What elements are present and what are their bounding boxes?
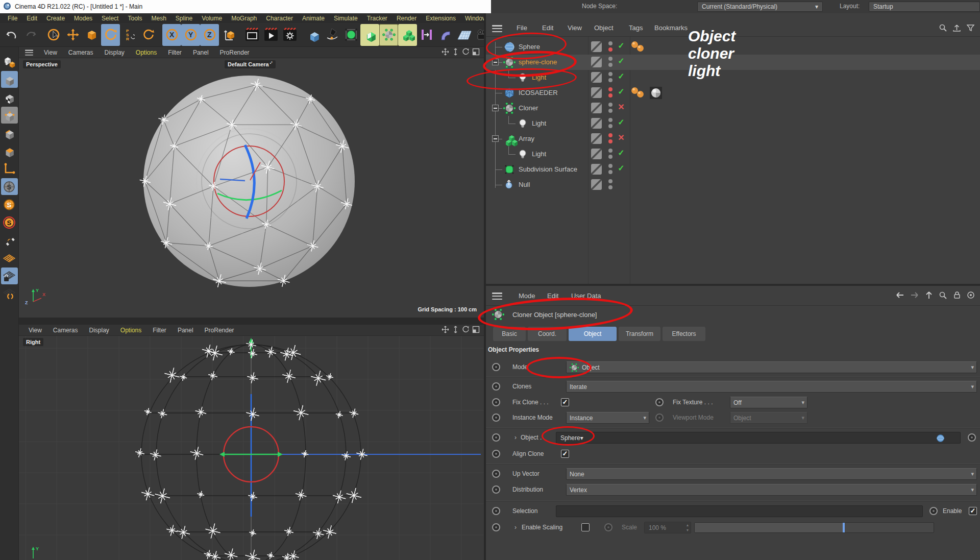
zoom-view-icon[interactable] (452, 326, 459, 335)
viewport-menu-panel[interactable]: Panel (187, 49, 214, 56)
menu-animate[interactable]: Animate (298, 15, 329, 22)
object-name[interactable]: Sphere (519, 43, 540, 51)
tab-basic[interactable]: Basic (493, 327, 526, 341)
workplane-icon[interactable] (1, 250, 18, 266)
menu-edit[interactable]: Edit (22, 15, 42, 22)
light-icon[interactable] (517, 148, 529, 162)
icosahedron-icon[interactable] (503, 87, 516, 101)
render-visibility-dot[interactable] (608, 109, 612, 113)
fix-clone-checkbox[interactable]: ✓ (561, 398, 569, 406)
editor-visibility-dot[interactable] (608, 87, 612, 91)
clones-keyframe-radio[interactable] (492, 382, 500, 391)
enable-scaling-keyframe-radio[interactable] (492, 523, 500, 531)
deformer-bend-icon[interactable] (436, 24, 455, 46)
object-name[interactable]: Subdivision Surface (519, 165, 577, 173)
object-link-field[interactable]: Sphere ▾ (556, 432, 961, 444)
render-visibility-dot[interactable] (608, 155, 612, 159)
cloner-icon[interactable] (503, 102, 516, 116)
tab-transform[interactable]: Transform (619, 327, 660, 341)
align-clone-checkbox[interactable]: ✓ (561, 450, 569, 458)
texture-mode-icon[interactable] (1, 89, 18, 106)
up-vector-keyframe-radio[interactable] (492, 470, 500, 478)
viewport-label[interactable]: Perspective (23, 60, 61, 68)
object-name[interactable]: sphere-clone (519, 58, 557, 66)
visibility-dots[interactable] (608, 133, 614, 144)
layer-swatch[interactable] (591, 72, 602, 83)
node-space-select[interactable]: Current (Standard/Physical) ▾ (697, 2, 823, 12)
filter-icon[interactable] (966, 23, 975, 34)
render-visibility-dot[interactable] (608, 139, 612, 143)
enabled-check-icon[interactable]: ✓ (616, 163, 627, 176)
attribute-manager-menu-icon[interactable] (492, 293, 502, 300)
viewport-perspective[interactable]: ViewCamerasDisplayOptionsFilterPanelProR… (19, 47, 484, 318)
enabled-check-icon[interactable]: ✓ (616, 56, 627, 68)
object-manager-menu-icon[interactable] (492, 25, 502, 32)
instance-mode-dropdown[interactable]: Instance ▾ (566, 412, 649, 424)
render-visibility-dot[interactable] (608, 63, 612, 67)
parent-object-icon[interactable] (925, 291, 933, 302)
track-icon[interactable] (967, 291, 975, 302)
enable-axis-icon[interactable] (1, 160, 18, 177)
object-manager-menu-tags[interactable]: Tags (629, 24, 643, 32)
polygons-mode-icon[interactable] (1, 142, 18, 159)
menu-create[interactable]: Create (42, 15, 69, 22)
attribute-menu-edit[interactable]: Edit (547, 292, 558, 300)
tree-row-light[interactable]: Light✓ (486, 70, 980, 85)
menu-volume[interactable]: Volume (197, 15, 227, 22)
search-icon[interactable] (939, 23, 947, 34)
primitive-cube-icon[interactable] (304, 24, 323, 46)
snap-toggle-icon[interactable]: S (1, 178, 18, 195)
object-manager-menu-object[interactable]: Object (594, 24, 614, 32)
move-icon[interactable] (63, 24, 82, 46)
clones-dropdown[interactable]: Iterate ▾ (566, 381, 977, 393)
tree-row-sphere[interactable]: Sphere✓ (486, 39, 980, 55)
object-name[interactable]: Null (519, 181, 530, 188)
spline-pen-icon[interactable] (323, 24, 341, 46)
object-name[interactable]: Light (532, 150, 546, 158)
object-link-target-radio[interactable] (968, 433, 976, 442)
magnet-icon[interactable] (1, 232, 18, 249)
render-view-icon[interactable] (242, 24, 261, 46)
null-icon[interactable] (503, 179, 516, 193)
menu-mograph[interactable]: MoGraph (227, 15, 261, 22)
editor-visibility-dot[interactable] (608, 72, 612, 76)
viewport-menu-prorender[interactable]: ProRender (199, 327, 240, 334)
instance-icon[interactable] (360, 24, 379, 46)
pan-view-icon[interactable] (442, 326, 449, 335)
rotate-icon[interactable] (101, 24, 120, 46)
planar-workplane-icon[interactable] (1, 285, 18, 302)
history-forward-icon[interactable] (910, 291, 919, 302)
snap-3d-icon[interactable]: S (1, 214, 18, 231)
maximize-view-icon[interactable] (472, 326, 480, 335)
editor-visibility-dot[interactable] (608, 103, 612, 107)
render-picture-viewer-icon[interactable] (261, 24, 280, 46)
layer-swatch[interactable] (591, 41, 602, 52)
visibility-dots[interactable] (608, 179, 614, 190)
render-visibility-dot[interactable] (608, 93, 612, 98)
viewport-menu-view[interactable]: View (23, 327, 47, 334)
up-vector-dropdown[interactable]: None ▾ (566, 468, 977, 480)
collapse-toggle[interactable] (492, 135, 499, 142)
undo-icon[interactable] (2, 24, 21, 46)
phong-tag-icon[interactable] (636, 90, 644, 100)
layout-select[interactable]: Startup (869, 2, 980, 12)
tab-coord[interactable]: Coord. (528, 327, 567, 341)
render-settings-icon[interactable] (280, 24, 299, 46)
menu-modes[interactable]: Modes (69, 15, 97, 22)
viewport-menu-display[interactable]: Display (99, 49, 130, 56)
visibility-dots[interactable] (608, 103, 614, 114)
object-manager-menu-bookmarks[interactable]: Bookmarks (654, 24, 688, 32)
object-name[interactable]: Light (532, 119, 546, 127)
sphere-icon[interactable] (503, 41, 516, 55)
tab-object[interactable]: Object (569, 327, 617, 341)
menu-file[interactable]: File (3, 15, 22, 22)
viewport-menu-cameras[interactable]: Cameras (63, 49, 99, 56)
disabled-cross-icon[interactable]: ✕ (616, 133, 627, 145)
viewport-menu-filter[interactable]: Filter (147, 327, 172, 334)
mograph-cloner-icon[interactable] (379, 24, 398, 46)
menu-simulate[interactable]: Simulate (329, 15, 362, 22)
edges-mode-icon[interactable] (1, 125, 18, 141)
redo-icon[interactable] (21, 24, 40, 46)
tree-row-sphere-clone[interactable]: sphere-clone✓ (486, 55, 980, 70)
light-icon[interactable] (517, 71, 529, 86)
